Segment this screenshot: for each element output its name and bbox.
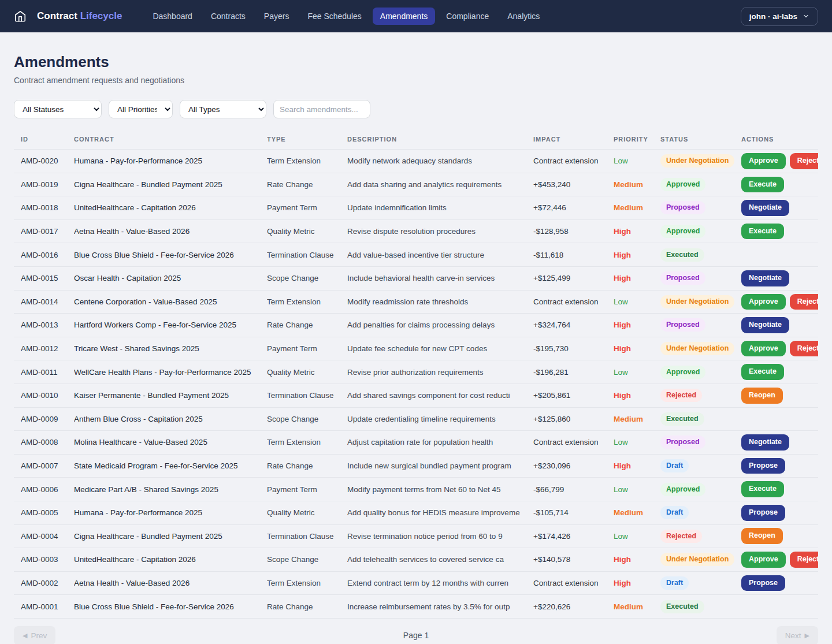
priority-filter-select[interactable]: All Priorities	[109, 100, 173, 118]
cell-status: Proposed	[660, 271, 741, 285]
search-input[interactable]	[273, 100, 370, 118]
reopen-button[interactable]: Reopen	[741, 528, 783, 544]
brand-accent: Lifecycle	[80, 10, 122, 21]
table-row: AMD-0001 Blue Cross Blue Shield - Fee-fo…	[14, 595, 818, 619]
next-page-button[interactable]: Next ▶	[777, 626, 818, 644]
cell-impact: +$453,240	[533, 180, 614, 189]
cell-impact: +$205,861	[533, 391, 614, 400]
cell-status: Approved	[660, 178, 741, 191]
approve-button[interactable]: Approve	[741, 552, 786, 568]
negotiate-button[interactable]: Negotiate	[741, 317, 789, 333]
table-row: AMD-0006 Medicare Part A/B - Shared Savi…	[14, 478, 818, 501]
approve-button[interactable]: Approve	[741, 294, 786, 310]
column-header-type: Type	[267, 136, 347, 143]
propose-button[interactable]: Propose	[741, 458, 785, 474]
cell-contract: Blue Cross Blue Shield - Fee-for-Service…	[74, 251, 267, 259]
brand-logo[interactable]: Contract Lifecycle	[37, 10, 122, 22]
cell-id: AMD-0013	[21, 321, 74, 329]
execute-button[interactable]: Execute	[741, 224, 784, 240]
cell-impact: +$72,446	[533, 203, 614, 212]
cell-status: Proposed	[660, 318, 741, 332]
execute-button[interactable]: Execute	[741, 481, 784, 497]
cell-impact: +$125,499	[533, 274, 614, 282]
cell-priority: High	[614, 579, 660, 587]
cell-type: Payment Term	[267, 485, 347, 494]
cell-type: Rate Change	[267, 321, 347, 329]
cell-status: Under Negotiation	[660, 342, 741, 355]
cell-description: Revise prior authorization requirements	[347, 368, 533, 377]
reject-button[interactable]: Reject	[790, 294, 818, 310]
nav-item-fee-schedules[interactable]: Fee Schedules	[300, 8, 369, 25]
propose-button[interactable]: Propose	[741, 575, 785, 591]
type-filter-select[interactable]: All Types	[180, 100, 266, 118]
home-icon[interactable]	[14, 10, 27, 23]
cell-description: Include new surgical bundled payment pro…	[347, 461, 533, 470]
cell-priority: High	[614, 344, 660, 353]
prev-page-button[interactable]: ◀ Prev	[14, 626, 55, 644]
propose-button[interactable]: Propose	[741, 505, 785, 521]
cell-id: AMD-0008	[21, 438, 74, 446]
cell-actions: Negotiate	[741, 200, 818, 216]
cell-priority: Medium	[614, 508, 660, 517]
cell-type: Rate Change	[267, 461, 347, 470]
cell-id: AMD-0016	[21, 251, 74, 259]
status-badge: Draft	[660, 506, 689, 519]
status-badge: Draft	[660, 459, 689, 472]
status-badge: Proposed	[660, 435, 705, 449]
status-filter-select[interactable]: All Statuses	[14, 100, 102, 118]
cell-contract: State Medicaid Program - Fee-for-Service…	[74, 461, 267, 470]
reopen-button[interactable]: Reopen	[741, 388, 783, 404]
nav-item-contracts[interactable]: Contracts	[203, 8, 253, 25]
status-badge: Under Negotiation	[660, 154, 734, 167]
cell-type: Scope Change	[267, 415, 347, 423]
reject-button[interactable]: Reject	[790, 341, 818, 357]
cell-priority: Low	[614, 297, 660, 306]
cell-contract: Aetna Health - Value-Based 2026	[74, 579, 267, 587]
cell-priority: High	[614, 321, 660, 329]
cell-description: Modify network adequacy standards	[347, 157, 533, 165]
cell-contract: Centene Corporation - Value-Based 2025	[74, 297, 267, 306]
cell-contract: Tricare West - Shared Savings 2025	[74, 344, 267, 353]
reject-button[interactable]: Reject	[790, 552, 818, 568]
column-header-status: Status	[660, 136, 741, 143]
approve-button[interactable]: Approve	[741, 341, 786, 357]
cell-type: Scope Change	[267, 274, 347, 282]
nav-links: DashboardContractsPayersFee SchedulesAme…	[145, 8, 547, 25]
table-row: AMD-0004 Cigna Healthcare - Bundled Paym…	[14, 525, 818, 549]
cell-contract: Humana - Pay-for-Performance 2025	[74, 508, 267, 517]
table-row: AMD-0008 Molina Healthcare - Value-Based…	[14, 431, 818, 455]
reject-button[interactable]: Reject	[790, 153, 818, 169]
amendments-table: IDContractTypeDescriptionImpactPriorityS…	[14, 129, 818, 619]
status-badge: Under Negotiation	[660, 295, 734, 308]
negotiate-button[interactable]: Negotiate	[741, 200, 789, 216]
negotiate-button[interactable]: Negotiate	[741, 270, 789, 286]
cell-type: Termination Clause	[267, 532, 347, 541]
cell-contract: Cigna Healthcare - Bundled Payment 2025	[74, 180, 267, 189]
cell-priority: High	[614, 391, 660, 400]
execute-button[interactable]: Execute	[741, 177, 784, 193]
cell-id: AMD-0006	[21, 485, 74, 494]
nav-item-dashboard[interactable]: Dashboard	[145, 8, 200, 25]
nav-item-compliance[interactable]: Compliance	[439, 8, 496, 25]
nav-item-payers[interactable]: Payers	[257, 8, 297, 25]
cell-priority: Low	[614, 368, 660, 377]
cell-description: Modify readmission rate thresholds	[347, 297, 533, 306]
cell-status: Draft	[660, 506, 741, 519]
nav-item-amendments[interactable]: Amendments	[373, 8, 435, 25]
user-menu-button[interactable]: john · ai-labs	[741, 7, 818, 26]
nav-item-analytics[interactable]: Analytics	[500, 8, 547, 25]
cell-actions: Reopen	[741, 388, 818, 404]
approve-button[interactable]: Approve	[741, 153, 786, 169]
cell-actions: Execute	[741, 224, 818, 240]
cell-type: Quality Metric	[267, 227, 347, 236]
cell-impact: -$196,281	[533, 368, 614, 377]
cell-type: Scope Change	[267, 555, 347, 564]
execute-button[interactable]: Execute	[741, 364, 784, 380]
table-row: AMD-0018 UnitedHealthcare - Capitation 2…	[14, 196, 818, 220]
cell-actions: ApproveReject	[741, 294, 818, 310]
status-badge: Approved	[660, 366, 705, 379]
cell-actions: ApproveReject	[741, 153, 818, 169]
negotiate-button[interactable]: Negotiate	[741, 434, 789, 451]
cell-type: Term Extension	[267, 579, 347, 587]
cell-id: AMD-0010	[21, 391, 74, 400]
